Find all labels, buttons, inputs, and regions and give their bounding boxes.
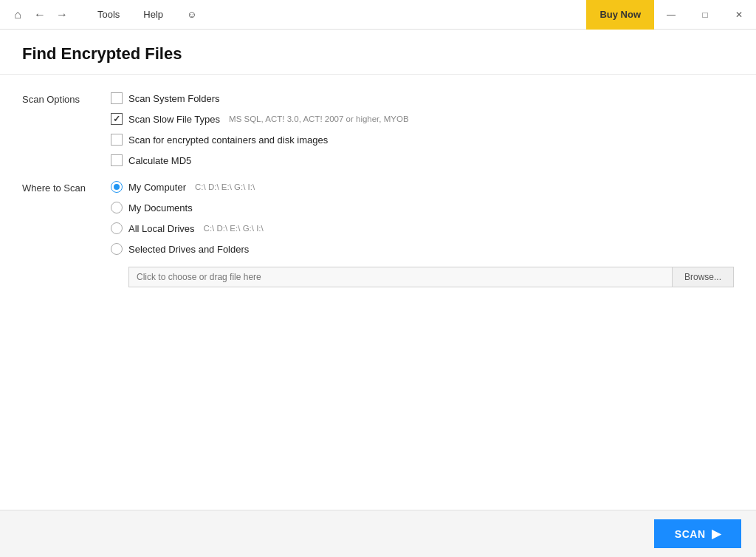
scan-system-label: Scan System Folders <box>128 93 220 104</box>
titlebar: ⌂ ← → Tools Help ☺ Buy Now — □ ✕ <box>0 0 756 30</box>
scan-options-row: Scan Options Scan System Folders Scan Sl… <box>22 92 734 166</box>
my-documents-radio[interactable] <box>111 202 123 213</box>
calc-md5-checkbox[interactable] <box>111 154 123 166</box>
buy-now-button[interactable]: Buy Now <box>586 0 654 30</box>
browse-button[interactable]: Browse... <box>673 267 734 287</box>
where-to-scan-controls: My Computer C:\ D:\ E:\ G:\ I:\ My Docum… <box>111 181 734 287</box>
scan-button-label: SCAN <box>675 528 706 540</box>
window-controls: — □ ✕ <box>654 0 756 30</box>
my-documents-row[interactable]: My Documents <box>111 202 734 213</box>
tools-menu[interactable]: Tools <box>93 6 124 23</box>
where-to-scan-label: Where to Scan <box>22 181 111 287</box>
scan-arrow-icon: ▶ <box>712 527 721 541</box>
titlebar-right: Buy Now — □ ✕ <box>586 0 756 30</box>
back-button[interactable]: ← <box>30 4 50 25</box>
home-button[interactable]: ⌂ <box>7 4 28 25</box>
main-content: Find Encrypted Files Scan Options Scan S… <box>0 30 756 510</box>
footer: SCAN ▶ <box>0 510 756 557</box>
my-computer-sublabel: C:\ D:\ E:\ G:\ I:\ <box>195 182 255 191</box>
page-header: Find Encrypted Files <box>0 30 756 75</box>
form-area: Scan Options Scan System Folders Scan Sl… <box>0 75 756 510</box>
close-button[interactable]: ✕ <box>722 0 756 30</box>
titlebar-left: ⌂ ← → Tools Help ☺ <box>7 4 201 25</box>
browse-input[interactable] <box>128 267 673 287</box>
scan-options-controls: Scan System Folders Scan Slow File Types… <box>111 92 734 166</box>
page-title: Find Encrypted Files <box>22 44 734 64</box>
help-menu[interactable]: Help <box>139 6 168 23</box>
my-computer-row[interactable]: My Computer C:\ D:\ E:\ G:\ I:\ <box>111 181 734 193</box>
feedback-icon[interactable]: ☺ <box>182 6 201 23</box>
scan-options-label: Scan Options <box>22 92 111 166</box>
where-to-scan-row: Where to Scan My Computer C:\ D:\ E:\ G:… <box>22 181 734 287</box>
my-computer-label: My Computer <box>128 182 186 193</box>
calc-md5-label: Calculate MD5 <box>128 155 191 166</box>
minimize-button[interactable]: — <box>654 0 688 30</box>
scan-containers-row[interactable]: Scan for encrypted containers and disk i… <box>111 134 734 146</box>
scan-system-checkbox[interactable] <box>111 92 123 104</box>
scan-slow-label: Scan Slow File Types <box>128 114 220 125</box>
all-local-drives-radio[interactable] <box>111 222 123 234</box>
scan-slow-checkbox[interactable] <box>111 113 123 125</box>
scan-containers-checkbox[interactable] <box>111 134 123 146</box>
browse-row: Browse... <box>128 267 734 287</box>
my-documents-label: My Documents <box>128 202 193 213</box>
all-local-drives-label: All Local Drives <box>128 223 195 234</box>
titlebar-nav: ⌂ ← → <box>7 4 72 25</box>
calc-md5-row[interactable]: Calculate MD5 <box>111 154 734 166</box>
my-computer-radio[interactable] <box>111 181 123 193</box>
scan-containers-label: Scan for encrypted containers and disk i… <box>128 134 328 146</box>
scan-slow-row[interactable]: Scan Slow File Types MS SQL, ACT! 3.0, A… <box>111 113 734 125</box>
all-local-drives-row[interactable]: All Local Drives C:\ D:\ E:\ G:\ I:\ <box>111 222 734 234</box>
selected-drives-label: Selected Drives and Folders <box>128 244 249 255</box>
selected-drives-row[interactable]: Selected Drives and Folders <box>111 243 734 255</box>
titlebar-menu: Tools Help ☺ <box>93 6 201 23</box>
scan-button[interactable]: SCAN ▶ <box>654 519 741 548</box>
selected-drives-radio[interactable] <box>111 243 123 255</box>
all-local-drives-sublabel: C:\ D:\ E:\ G:\ I:\ <box>204 224 264 233</box>
forward-button[interactable]: → <box>52 4 72 25</box>
scan-system-row[interactable]: Scan System Folders <box>111 92 734 104</box>
scan-slow-sublabel: MS SQL, ACT! 3.0, ACT! 2007 or higher, M… <box>229 115 409 123</box>
maximize-button[interactable]: □ <box>688 0 722 30</box>
